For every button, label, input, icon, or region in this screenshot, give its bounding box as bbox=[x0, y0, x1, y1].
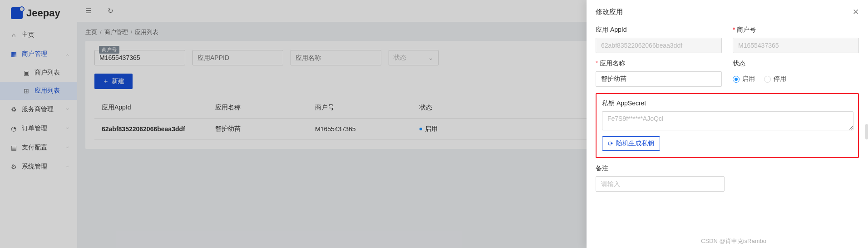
field-appname: 应用名称 bbox=[596, 60, 722, 87]
chevron-down-icon: ﹀ bbox=[66, 125, 69, 132]
secret-label: 私钥 AppSecret bbox=[602, 99, 853, 108]
chevron-up-icon: ︿ bbox=[66, 51, 69, 58]
mch-label: 商户号 bbox=[733, 26, 859, 34]
radio-dot-icon bbox=[733, 76, 740, 83]
appname-input[interactable] bbox=[596, 71, 722, 87]
sidebar-item-merchant-list[interactable]: ▣商户列表 bbox=[0, 64, 77, 82]
th-mch: 商户号 bbox=[315, 104, 419, 112]
appid-label: 应用 AppId bbox=[596, 26, 722, 34]
remark-input[interactable] bbox=[596, 176, 725, 192]
status-dot-icon bbox=[419, 128, 422, 130]
reload-icon[interactable]: ↻ bbox=[108, 7, 113, 15]
drawer-title: 修改应用 bbox=[596, 8, 623, 16]
sidebar-item-pay-config[interactable]: ▤支付配置﹀ bbox=[0, 138, 77, 157]
sys-icon: ⚙ bbox=[10, 163, 17, 170]
edit-drawer: 修改应用 ✕ 应用 AppId 商户号 应用名称 状态 启用 停用 bbox=[587, 0, 868, 248]
filter-appid-input[interactable] bbox=[192, 50, 283, 65]
sidebar-item-orders[interactable]: ◔订单管理﹀ bbox=[0, 119, 77, 138]
brand-logo-icon bbox=[11, 7, 23, 19]
filter-appid-wrap bbox=[192, 50, 283, 65]
appid-input bbox=[596, 38, 722, 53]
th-appid: 应用AppId bbox=[97, 104, 215, 112]
status-label: 状态 bbox=[733, 60, 859, 68]
refresh-icon: ⟳ bbox=[608, 140, 613, 147]
svc-icon: ♻ bbox=[10, 106, 17, 113]
sidebar: Jeepay ⌂主页 ▦商户管理︿ ▣商户列表 ⊞应用列表 ♻服务商管理﹀ ◔订… bbox=[0, 0, 77, 248]
filter-mch-wrap: 商户号 bbox=[94, 50, 185, 65]
remark-label: 备注 bbox=[596, 164, 725, 173]
filter-mch-label: 商户号 bbox=[99, 46, 119, 54]
pay-icon: ▤ bbox=[10, 144, 17, 151]
th-appname: 应用名称 bbox=[215, 104, 315, 112]
breadcrumb-applist: 应用列表 bbox=[135, 29, 158, 35]
cell-appid: 62abf83522062066beaa3ddf bbox=[97, 125, 215, 133]
drawer-body: 应用 AppId 商户号 应用名称 状态 启用 停用 私钥 AppSec bbox=[587, 24, 868, 248]
sidebar-menu: ⌂主页 ▦商户管理︿ ▣商户列表 ⊞应用列表 ♻服务商管理﹀ ◔订单管理﹀ ▤支… bbox=[0, 25, 77, 176]
filter-status-wrap[interactable]: 状态⌄ bbox=[389, 50, 439, 65]
field-status: 状态 启用 停用 bbox=[733, 60, 859, 87]
radio-disable[interactable]: 停用 bbox=[764, 75, 786, 83]
field-remark: 备注 bbox=[596, 164, 725, 192]
filter-appname-wrap bbox=[291, 50, 381, 65]
watermark: CSDN @肖申克isRambo bbox=[701, 237, 766, 245]
secret-highlight-box: 私钥 AppSecret Fe7S9f******AJoQcI ⟳随机生成私钥 bbox=[596, 93, 859, 158]
resize-handle[interactable] bbox=[865, 124, 868, 139]
drawer-header: 修改应用 ✕ bbox=[587, 0, 868, 24]
order-icon: ◔ bbox=[10, 125, 17, 132]
new-button[interactable]: ＋新建 bbox=[94, 74, 133, 89]
secret-textarea[interactable]: Fe7S9f******AJoQcI bbox=[602, 111, 853, 130]
chevron-down-icon: ﹀ bbox=[66, 106, 69, 113]
close-icon[interactable]: ✕ bbox=[853, 7, 859, 17]
th-status: 状态 bbox=[419, 104, 460, 112]
collapse-sidebar-icon[interactable]: ☰ bbox=[85, 7, 91, 15]
radio-dot-icon bbox=[764, 76, 771, 83]
cell-status: 启用 bbox=[419, 125, 460, 133]
cell-mch: M1655437365 bbox=[315, 125, 419, 133]
appname-label: 应用名称 bbox=[596, 60, 722, 68]
generate-secret-button[interactable]: ⟳随机生成私钥 bbox=[602, 136, 660, 151]
apps-icon: ▦ bbox=[10, 50, 17, 58]
grid-icon: ⊞ bbox=[23, 87, 30, 94]
cell-appname: 智护幼苗 bbox=[215, 125, 315, 133]
sidebar-item-app-list[interactable]: ⊞应用列表 bbox=[0, 82, 77, 100]
sidebar-item-provider[interactable]: ♻服务商管理﹀ bbox=[0, 100, 77, 119]
sidebar-item-merchant[interactable]: ▦商户管理︿ bbox=[0, 45, 77, 64]
chevron-down-icon: ﹀ bbox=[66, 164, 69, 170]
brand-name: Jeepay bbox=[26, 7, 60, 19]
field-appid: 应用 AppId bbox=[596, 26, 722, 53]
sidebar-item-home[interactable]: ⌂主页 bbox=[0, 25, 77, 45]
list-icon: ▣ bbox=[23, 69, 30, 76]
chevron-down-icon: ⌄ bbox=[428, 54, 434, 61]
brand: Jeepay bbox=[0, 0, 77, 25]
mch-input bbox=[733, 38, 859, 53]
home-icon: ⌂ bbox=[10, 31, 17, 39]
filter-appname-input[interactable] bbox=[291, 50, 381, 65]
breadcrumb-merchant[interactable]: 商户管理 bbox=[104, 29, 128, 35]
plus-icon: ＋ bbox=[103, 77, 109, 85]
field-mch: 商户号 bbox=[733, 26, 859, 53]
breadcrumb-home[interactable]: 主页 bbox=[85, 29, 97, 35]
sidebar-item-system[interactable]: ⚙系统管理﹀ bbox=[0, 157, 77, 176]
filter-status-select[interactable]: 状态⌄ bbox=[389, 50, 439, 65]
chevron-down-icon: ﹀ bbox=[66, 144, 69, 151]
radio-enable[interactable]: 启用 bbox=[733, 75, 755, 83]
